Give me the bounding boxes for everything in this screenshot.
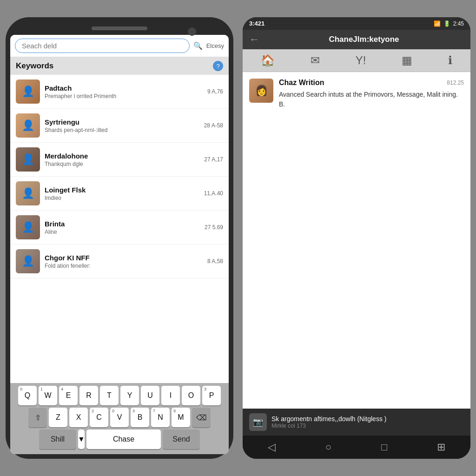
- status-bar: 3:421 📶 🔋 2:45: [243, 17, 470, 30]
- contact-info: Loinget Flsk Imdieo: [45, 186, 204, 201]
- contact-meta: 27 5.69: [205, 224, 223, 231]
- bottom-nav: ◁○□⊞: [243, 436, 470, 459]
- bottom-nav-icon-0[interactable]: ◁: [268, 441, 276, 453]
- contact-name: Merdalohone: [45, 152, 204, 160]
- contact-name: Syrtriengu: [45, 118, 204, 126]
- tab-icon-3[interactable]: ▦: [402, 54, 412, 67]
- contact-name: Brinta: [45, 220, 205, 228]
- contact-name: Padtach: [45, 84, 207, 92]
- key-u[interactable]: U: [141, 386, 159, 405]
- bottom-nav-icon-2[interactable]: □: [381, 441, 387, 453]
- contact-item[interactable]: 👤 Brinta Aline 27 5.69: [10, 211, 229, 245]
- key-t[interactable]: T: [100, 386, 119, 405]
- contact-meta: 27 A,17: [204, 156, 223, 163]
- message-header: 👩 Chaz Writion 812.25 Avanced Search int…: [249, 79, 464, 109]
- search-icon[interactable]: 🔍: [193, 41, 203, 50]
- backspace-key[interactable]: ⌫: [192, 408, 211, 427]
- keyboard-row-3: Shill ▼ Chase Send: [12, 430, 227, 449]
- tab-icon-2[interactable]: Y!: [356, 54, 366, 67]
- compose-camera-icon[interactable]: 📷: [249, 413, 267, 431]
- message-content: Chaz Writion 812.25 Avanced Search intut…: [279, 79, 464, 109]
- phone-camera: [188, 27, 196, 36]
- key-x[interactable]: X: [69, 408, 88, 427]
- contact-item[interactable]: 👤 Chgor KI NFF Fold ation feneller: 8 A,…: [10, 245, 229, 278]
- compose-text: Sk argomentn aftimes,,dowlh (Nitgless ) …: [271, 415, 464, 429]
- contact-sub: Fold ation feneller:: [45, 263, 207, 269]
- left-phone: 🔍 Elcesy Keywords ? 👤 Padtach Premapher …: [6, 17, 233, 459]
- status-time: 3:421: [249, 20, 264, 27]
- shift-key[interactable]: ⇧: [28, 408, 47, 427]
- tab-icon-1[interactable]: ✉: [311, 54, 320, 67]
- contact-avatar: 👤: [16, 249, 40, 273]
- contact-avatar: 👤: [16, 79, 40, 104]
- contact-name: Loinget Flsk: [45, 186, 204, 194]
- contact-meta: 8 A,58: [207, 258, 223, 264]
- contact-meta: 9 A,76: [207, 88, 223, 95]
- contact-meta: 28 A-58: [204, 122, 223, 129]
- message-body: Avanced Search intuts at the Primovors, …: [279, 90, 464, 109]
- message-meta: 812.25: [447, 79, 464, 86]
- search-bar: 🔍 Elcesy: [10, 35, 229, 57]
- key-w[interactable]: 1W: [39, 386, 57, 405]
- contact-sub: Imdieo: [45, 195, 204, 201]
- compose-bar: 📷 Sk argomentn aftimes,,dowlh (Nitgless …: [243, 409, 470, 436]
- info-badge[interactable]: ?: [213, 61, 223, 71]
- nav-bar: ← ChaneJlm:ketyone: [243, 30, 470, 49]
- key-m[interactable]: 9M: [172, 408, 190, 427]
- easy-button[interactable]: Elcesy: [206, 42, 224, 49]
- key-v[interactable]: 0V: [110, 408, 129, 427]
- contact-item[interactable]: 👤 Loinget Flsk Imdieo 11,A.40: [10, 177, 229, 211]
- back-button[interactable]: ←: [249, 33, 259, 46]
- key-b[interactable]: 3B: [131, 408, 149, 427]
- contact-item[interactable]: 👤 Merdalohone Thankqum dgle 27 A,17: [10, 143, 229, 177]
- search-input[interactable]: [15, 39, 190, 53]
- bottom-nav-icon-3[interactable]: ⊞: [437, 441, 445, 453]
- message-area: 👩 Chaz Writion 812.25 Avanced Search int…: [243, 72, 470, 409]
- contact-sub: Premapher l orrited Primenth: [45, 93, 207, 99]
- contact-info: Padtach Premapher l orrited Primenth: [45, 84, 207, 99]
- key-y[interactable]: Y: [120, 386, 139, 405]
- contact-item[interactable]: 👤 Padtach Premapher l orrited Primenth 9…: [10, 75, 229, 109]
- bottom-nav-icon-1[interactable]: ○: [325, 441, 331, 453]
- compose-sub-text: Mirkle col 173: [271, 423, 464, 429]
- key-c[interactable]: 2C: [90, 408, 108, 427]
- key-n[interactable]: 7N: [151, 408, 170, 427]
- contact-item[interactable]: 👤 Syrtriengu Shards pen-apt-nrnl-:ilted …: [10, 109, 229, 143]
- status-icons: 📶 🔋 2:45: [434, 20, 464, 27]
- key-r[interactable]: R: [79, 386, 98, 405]
- send-key[interactable]: Send: [163, 430, 200, 449]
- keyboard-row-2: ⇧ ZX2C0V3B7N9M ⌫: [12, 408, 227, 427]
- keyboard: 0Q1W4ERTYUIO3P ⇧ ZX2C0V3B7N9M ⌫ Shill ▼ …: [10, 383, 229, 454]
- contact-sub: Aline: [45, 229, 205, 235]
- shill-key[interactable]: Shill: [39, 430, 76, 449]
- key-i[interactable]: I: [161, 386, 180, 405]
- key-z[interactable]: Z: [49, 408, 67, 427]
- contact-avatar: 👤: [16, 147, 40, 172]
- phone-speaker: [92, 26, 147, 30]
- compose-main-text: Sk argomentn aftimes,,dowlh (Nitgless ): [271, 415, 464, 423]
- key-o[interactable]: O: [182, 386, 200, 405]
- key-q[interactable]: 0Q: [18, 386, 37, 405]
- comma-key[interactable]: ▼: [78, 430, 85, 449]
- contact-sub: Thankqum dgle: [45, 161, 204, 167]
- contact-list: 👤 Padtach Premapher l orrited Primenth 9…: [10, 75, 229, 383]
- nav-title: ChaneJlm:ketyone: [264, 35, 464, 44]
- contact-info: Brinta Aline: [45, 220, 205, 235]
- battery-time: 2:45: [453, 20, 464, 27]
- space-key[interactable]: Chase: [86, 430, 161, 449]
- signal-icon: 📶: [434, 20, 441, 27]
- contact-info: Chgor KI NFF Fold ation feneller:: [45, 254, 207, 269]
- sender-name: Chaz Writion: [279, 79, 324, 87]
- key-e[interactable]: 4E: [59, 386, 78, 405]
- keyboard-row-1: 0Q1W4ERTYUIO3P: [12, 386, 227, 405]
- contact-sub: Shards pen-apt-nrnl-:ilted: [45, 127, 204, 133]
- tab-icon-0[interactable]: 🏠: [261, 54, 275, 67]
- keywords-header: Keywords ?: [10, 57, 229, 75]
- message-avatar: 👩: [249, 79, 273, 103]
- tab-icon-4[interactable]: ℹ: [448, 54, 452, 67]
- contact-meta: 11,A.40: [204, 190, 223, 197]
- keywords-title: Keywords: [16, 61, 53, 71]
- message-name-row: Chaz Writion 812.25: [279, 79, 464, 87]
- key-p[interactable]: 3P: [202, 386, 221, 405]
- contact-name: Chgor KI NFF: [45, 254, 207, 262]
